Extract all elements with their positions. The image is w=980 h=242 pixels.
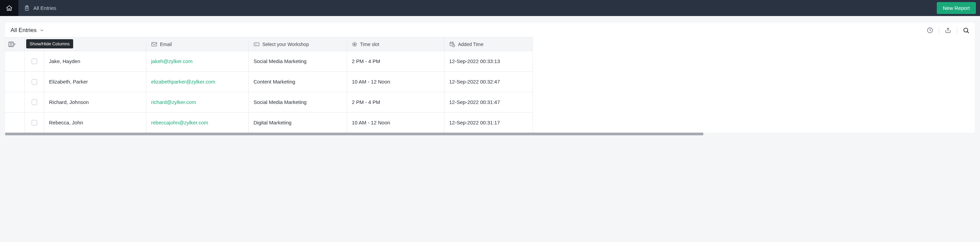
row-select-cell [25,112,44,133]
view-title-label: All Entries [11,27,37,34]
cell-name[interactable]: Richard, Johnson [44,92,146,112]
column-header-email[interactable]: Email [146,37,249,51]
cell-value: 12-Sep-2022 00:32:47 [449,79,500,85]
clock-icon [927,27,933,34]
row-checkbox[interactable] [32,120,37,125]
mail-icon [151,42,157,47]
cell-value: Rebecca, John [49,120,83,125]
cell-value: 12-Sep-2022 00:31:17 [449,120,500,125]
email-link[interactable]: rebeccajohn@zylker.com [151,120,208,125]
cell-value: Elizabeth, Parker [49,79,88,85]
svg-rect-11 [152,42,157,46]
cell-value: 10 AM - 12 Noon [352,79,390,85]
cell-name[interactable]: Jake, Hayden [44,51,146,71]
cell-value: Social Media Marketing [253,99,307,105]
search-icon [963,27,969,34]
cell-added-time[interactable]: 12-Sep-2022 00:33:13 [444,51,533,71]
radio-icon [352,42,357,47]
breadcrumb-label[interactable]: All Entries [33,5,56,11]
cell-value: Content Marketing [253,79,295,85]
cell-added-time[interactable]: 12-Sep-2022 00:31:47 [444,92,533,112]
card-icon [253,42,259,47]
row-handle [5,112,25,133]
breadcrumb: All Entries [18,5,56,11]
cell-added-time[interactable]: 12-Sep-2022 00:31:17 [444,112,533,133]
email-link[interactable]: richard@zylker.com [151,99,196,105]
row-checkbox[interactable] [32,99,37,105]
svg-point-15 [354,43,355,45]
tooltip: Show/Hide Columns [26,39,73,48]
cell-email[interactable]: richard@zylker.com [146,92,249,112]
chevron-down-icon [40,28,44,33]
row-select-cell [25,71,44,92]
row-handle [5,71,25,92]
card-header: All Entries [5,23,975,37]
cell-value: 2 PM - 4 PM [352,99,380,105]
content-card: All Entries [5,23,975,133]
row-select-cell [25,92,44,112]
cell-value: Jake, Hayden [49,58,80,64]
cell-value: Social Media Marketing [253,58,307,64]
column-header-added-time[interactable]: Added Time [444,37,533,51]
column-header-label: Added Time [458,42,484,47]
cell-added-time[interactable]: 12-Sep-2022 00:32:47 [444,71,533,92]
search-button[interactable] [963,27,969,34]
home-button[interactable] [0,0,18,16]
cell-timeslot[interactable]: 2 PM - 4 PM [347,92,444,112]
cell-email[interactable]: rebeccajohn@zylker.com [146,112,249,133]
row-handle [5,92,25,112]
clipboard-icon [24,5,30,11]
row-select-cell [25,51,44,71]
svg-rect-8 [9,42,14,47]
cell-workshop[interactable]: Digital Marketing [249,112,347,133]
row-handle [5,51,25,71]
cell-value: 12-Sep-2022 00:33:13 [449,58,500,64]
header-actions [927,27,969,34]
horizontal-scrollbar-thumb[interactable] [5,133,703,135]
divider [939,27,939,34]
cell-timeslot[interactable]: 2 PM - 4 PM [347,51,444,71]
cell-workshop[interactable]: Social Media Marketing [249,51,347,71]
column-header-label: Time slot [360,42,379,47]
divider [957,27,957,34]
data-table: Show/Hide Columns Email [5,37,975,133]
columns-icon [8,41,16,47]
email-link[interactable]: jakeh@zylker.com [151,58,192,64]
cell-value: 2 PM - 4 PM [352,58,380,64]
history-button[interactable] [927,27,933,34]
cell-workshop[interactable]: Content Marketing [249,71,347,92]
cell-value: 12-Sep-2022 00:31:47 [449,99,500,105]
cell-value: Digital Marketing [253,120,292,125]
cell-timeslot[interactable]: 10 AM - 12 Noon [347,71,444,92]
cell-name[interactable]: Rebecca, John [44,112,146,133]
column-header-timeslot[interactable]: Time slot [347,37,444,51]
cell-value: 10 AM - 12 Noon [352,120,390,125]
email-link[interactable]: elizabethparker@zylker.com [151,79,215,85]
topbar: All Entries New Report [0,0,980,16]
column-header-workshop[interactable]: Select your Workshop [249,37,347,51]
svg-line-7 [967,32,969,33]
show-hide-columns-button[interactable]: Show/Hide Columns [5,37,25,51]
calendar-clock-icon [449,41,455,47]
column-header-label: Email [160,42,172,47]
row-checkbox[interactable] [32,79,37,85]
cell-email[interactable]: elizabethparker@zylker.com [146,71,249,92]
table-wrapper: Show/Hide Columns Email [5,37,975,133]
share-button[interactable] [945,27,951,34]
view-title-dropdown[interactable]: All Entries [11,27,44,34]
cell-timeslot[interactable]: 10 AM - 12 Noon [347,112,444,133]
row-checkbox[interactable] [32,59,37,64]
home-icon [6,5,13,11]
column-header-label: Select your Workshop [262,42,309,47]
share-icon [945,27,951,34]
new-report-button[interactable]: New Report [937,2,976,14]
cell-workshop[interactable]: Social Media Marketing [249,92,347,112]
cell-name[interactable]: Elizabeth, Parker [44,71,146,92]
cell-value: Richard, Johnson [49,99,89,105]
horizontal-scrollbar-track[interactable] [5,133,975,135]
cell-email[interactable]: jakeh@zylker.com [146,51,249,71]
